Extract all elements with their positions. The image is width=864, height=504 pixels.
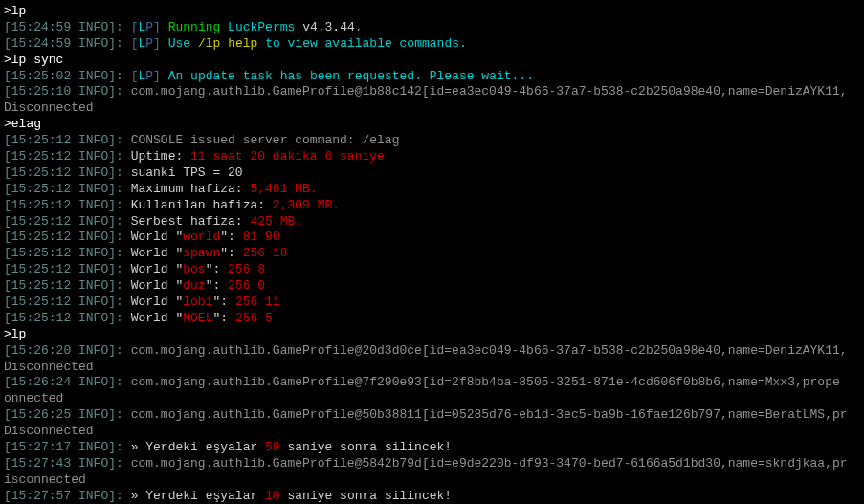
text-segment: Maximum hafiza: [123, 182, 251, 196]
text-segment: saniye sonra silincek! [280, 440, 452, 454]
console-line: Disconnected [4, 360, 860, 376]
timestamp: [15:25:12 INFO]: [4, 182, 123, 196]
timestamp: [15:27:17 INFO]: [4, 440, 123, 454]
text-segment: LuckPerms [220, 20, 295, 34]
text-segment: lobi [183, 295, 212, 309]
timestamp: [15:25:12 INFO]: [4, 278, 123, 293]
console-line: [15:26:24 INFO]: com.mojang.authlib.Game… [4, 375, 860, 391]
text-segment: 256 8 [228, 262, 265, 276]
text-segment: ": [206, 262, 228, 276]
console-line: Disconnected [4, 424, 860, 440]
console-line: Disconnected [4, 100, 860, 117]
text-segment: /lp help [198, 36, 257, 51]
input-text: >elag [4, 117, 41, 131]
console-output: >lp[15:24:59 INFO]: [LP] Running LuckPer… [4, 4, 860, 504]
console-line: [15:25:12 INFO]: World "bos": 256 8 [4, 262, 860, 278]
text-segment: 256 11 [235, 295, 280, 309]
text-segment: 256 18 [243, 246, 288, 260]
text-segment: World " [123, 246, 183, 260]
timestamp: [15:25:12 INFO]: [4, 165, 123, 180]
text-segment: » Yerdeki eşyalar [123, 489, 265, 503]
luckperms-tag: [LP] [131, 20, 161, 34]
console-line: [15:27:57 INFO]: » Yerdeki eşyalar 10 sa… [4, 489, 860, 504]
text-segment: World " [123, 278, 183, 293]
timestamp: [15:25:12 INFO]: [4, 311, 123, 325]
console-line: [15:25:12 INFO]: Kullanilan hafiza: 2,30… [4, 198, 860, 214]
text-segment: Running [168, 20, 221, 34]
text-segment: Use [168, 36, 198, 51]
text-segment: NOEL [183, 311, 212, 325]
timestamp: [15:25:02 INFO]: [4, 69, 123, 83]
text-segment: An update task has been requested. Pleas… [168, 69, 534, 83]
continuation-text: onnected [4, 391, 63, 405]
text-segment: 50 [265, 440, 280, 454]
timestamp: [15:25:12 INFO]: [4, 230, 123, 244]
text-segment: bos [183, 262, 205, 276]
console-line: [15:25:12 INFO]: World "NOEL": 256 5 [4, 311, 860, 327]
text-segment: 10 [265, 489, 280, 503]
input-text: >lp sync [4, 53, 63, 67]
text-segment: Uptime: [123, 149, 190, 164]
continuation-text: isconnected [4, 472, 86, 487]
text-segment: Kullanilan hafiza: [123, 198, 273, 212]
text-segment: World " [123, 230, 183, 244]
log-text: com.mojang.authlib.GameProfile@1b88c142[… [123, 84, 848, 99]
text-segment: ": [220, 246, 242, 260]
timestamp: [15:25:12 INFO]: [4, 133, 123, 147]
console-line: [15:25:12 INFO]: World "duz": 256 0 [4, 278, 860, 295]
text-segment: ": [212, 311, 234, 325]
text-segment: world [183, 230, 220, 244]
log-text: com.mojang.authlib.GameProfile@20d3d0ce[… [123, 343, 848, 358]
text-segment: 256 5 [235, 311, 273, 325]
console-line: isconnected [4, 472, 860, 489]
text-segment: 425 MB. [250, 214, 302, 229]
console-input-echo: >lp [4, 4, 860, 20]
log-text: com.mojang.authlib.GameProfile@50b38811[… [123, 407, 848, 422]
text-segment: » Yerdeki eşyalar [123, 440, 265, 454]
console-line: [15:25:02 INFO]: [LP] An update task has… [4, 69, 860, 85]
text-segment: to view available commands. [257, 36, 466, 51]
console-line: [15:25:12 INFO]: World "spawn": 256 18 [4, 246, 860, 262]
text-segment: duz [183, 278, 205, 293]
timestamp: [15:25:10 INFO]: [4, 84, 123, 99]
text-segment: ": [206, 278, 228, 293]
luckperms-tag: [LP] [131, 36, 161, 51]
console-line: [15:25:12 INFO]: World "lobi": 256 11 [4, 295, 860, 311]
text-segment: suanki TPS = 20 [123, 165, 243, 180]
text-segment: 2,309 MB. [273, 198, 340, 212]
console-input-echo: >elag [4, 117, 860, 133]
timestamp: [15:25:12 INFO]: [4, 214, 123, 229]
text-segment: . [355, 20, 363, 34]
text-segment: 256 0 [228, 278, 265, 293]
console-line: [15:25:10 INFO]: com.mojang.authlib.Game… [4, 84, 860, 100]
console-line: [15:25:12 INFO]: World "world": 81 90 [4, 230, 860, 246]
continuation-text: Disconnected [4, 100, 94, 115]
timestamp: [15:26:20 INFO]: [4, 343, 123, 358]
timestamp: [15:26:24 INFO]: [4, 375, 123, 389]
text-segment: World " [123, 295, 183, 309]
text-segment: World " [123, 311, 183, 325]
console-input-echo: >lp [4, 327, 860, 343]
text-segment: v4.3.44 [295, 20, 354, 34]
log-text: com.mojang.authlib.GameProfile@5842b79d[… [123, 456, 848, 471]
console-line: [15:25:12 INFO]: Maximum hafiza: 5,461 M… [4, 182, 860, 198]
timestamp: [15:24:59 INFO]: [4, 20, 123, 34]
continuation-text: Disconnected [4, 360, 94, 374]
console-line: [15:27:43 INFO]: com.mojang.authlib.Game… [4, 456, 860, 472]
timestamp: [15:26:25 INFO]: [4, 407, 123, 422]
text-segment: ": [212, 295, 234, 309]
timestamp: [15:25:12 INFO]: [4, 295, 123, 309]
console-line: [15:26:25 INFO]: com.mojang.authlib.Game… [4, 407, 860, 424]
console-line: [15:24:59 INFO]: [LP] Running LuckPerms … [4, 20, 860, 36]
continuation-text: Disconnected [4, 424, 94, 438]
timestamp: [15:27:43 INFO]: [4, 456, 123, 471]
timestamp: [15:25:12 INFO]: [4, 149, 123, 164]
text-segment: Serbest hafiza: [123, 214, 251, 229]
text-segment: 5,461 MB. [250, 182, 317, 196]
timestamp: [15:27:57 INFO]: [4, 489, 123, 503]
console-line: [15:25:12 INFO]: Serbest hafiza: 425 MB. [4, 214, 860, 230]
console-line: [15:25:12 INFO]: CONSOLE issued server c… [4, 133, 860, 149]
console-line: onnected [4, 391, 860, 407]
console-line: [15:26:20 INFO]: com.mojang.authlib.Game… [4, 343, 860, 360]
text-segment: ": [220, 230, 242, 244]
